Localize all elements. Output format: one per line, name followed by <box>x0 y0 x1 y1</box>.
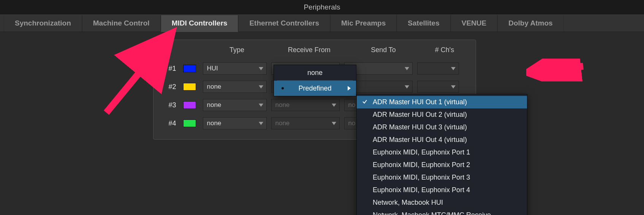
menu-item-none[interactable]: none <box>274 65 356 80</box>
receive-from-select[interactable]: none <box>271 117 340 129</box>
type-value: none <box>207 119 222 127</box>
chevron-down-icon <box>405 65 409 73</box>
tab-midi-controllers[interactable]: MIDI Controllers <box>161 15 239 32</box>
color-swatch[interactable] <box>183 65 196 72</box>
tab-bar: SynchronizationMachine ControlMIDI Contr… <box>0 14 644 32</box>
send-value: no <box>348 119 356 127</box>
row-index: #3 <box>160 101 183 109</box>
submenu-item-label: Euphonix MIDI, Euphonix Port 3 <box>373 174 470 182</box>
content-area: Type Receive From Send To # Ch's #1HUI#2… <box>0 32 644 140</box>
submenu-item[interactable]: Euphonix MIDI, Euphonix Port 3 <box>357 171 527 184</box>
submenu-item[interactable]: ADR Master HUI Out 1 (virtual) <box>357 96 527 108</box>
tab-synchronization[interactable]: Synchronization <box>4 15 82 32</box>
type-select[interactable]: none <box>203 117 267 129</box>
chevron-down-icon <box>259 83 263 91</box>
channels-select[interactable] <box>417 62 459 75</box>
tab-ethernet-controllers[interactable]: Ethernet Controllers <box>238 15 330 32</box>
menu-item-label: none <box>307 69 323 77</box>
chevron-down-icon <box>332 120 336 127</box>
type-value: none <box>207 83 222 91</box>
submenu-item-label: ADR Master HUI Out 4 (virtual) <box>373 136 467 144</box>
type-select[interactable]: HUI <box>203 62 267 75</box>
peripherals-window: Peripherals SynchronizationMachine Contr… <box>0 0 644 215</box>
bullet-icon <box>282 87 284 89</box>
chevron-down-icon <box>451 65 456 73</box>
chevron-down-icon <box>259 102 263 109</box>
submenu-item[interactable]: Network, Macbook HUI <box>357 196 527 209</box>
receive-from-select[interactable]: none <box>271 99 340 111</box>
chevron-down-icon <box>259 120 263 127</box>
grid-header: Type Receive From Send To # Ch's <box>160 44 469 59</box>
row-index: #1 <box>160 65 183 73</box>
annotation-arrow-right <box>526 59 587 81</box>
window-title: Peripherals <box>0 0 644 14</box>
submenu-item-label: ADR Master HUI Out 1 (virtual) <box>373 98 467 106</box>
submenu-item[interactable]: ADR Master HUI Out 2 (virtual) <box>357 108 527 121</box>
menu-item-label: Predefined <box>298 84 331 92</box>
channels-select[interactable] <box>417 81 459 93</box>
row-index: #2 <box>160 83 183 91</box>
tab-dolby-atmos[interactable]: Dolby Atmos <box>497 15 563 32</box>
chevron-down-icon <box>259 65 263 73</box>
submenu-item[interactable]: Euphonix MIDI, Euphonix Port 1 <box>357 146 527 159</box>
chevron-down-icon <box>451 83 456 91</box>
submenu-item-label: Euphonix MIDI, Euphonix Port 4 <box>373 186 470 194</box>
submenu-item-label: Euphonix MIDI, Euphonix Port 1 <box>373 148 470 156</box>
header-receive: Receive From <box>272 46 346 54</box>
check-icon <box>362 98 367 106</box>
tab-venue[interactable]: VENUE <box>451 15 497 32</box>
tab-mic-preamps[interactable]: Mic Preamps <box>330 15 397 32</box>
receive-value: none <box>275 101 290 109</box>
submenu-item[interactable]: ADR Master HUI Out 4 (virtual) <box>357 134 527 146</box>
row-index: #4 <box>160 119 183 127</box>
send-value: no <box>348 101 356 109</box>
submenu-item[interactable]: Euphonix MIDI, Euphonix Port 2 <box>357 159 527 171</box>
chevron-down-icon <box>405 83 409 91</box>
predefined-submenu[interactable]: ADR Master HUI Out 1 (virtual)ADR Master… <box>356 94 527 215</box>
submenu-item-label: Euphonix MIDI, Euphonix Port 2 <box>373 161 470 169</box>
chevron-right-icon <box>348 84 351 92</box>
color-swatch[interactable] <box>183 83 196 91</box>
tab-satellites[interactable]: Satellites <box>397 15 450 32</box>
submenu-item[interactable]: Euphonix MIDI, Euphonix Port 4 <box>357 184 527 196</box>
menu-item-predefined[interactable]: Predefined <box>274 81 356 96</box>
svg-line-1 <box>532 66 583 72</box>
color-swatch[interactable] <box>183 119 196 127</box>
header-type: Type <box>202 46 272 54</box>
submenu-item-label: Network, Macbook HUI <box>373 199 443 207</box>
type-value: HUI <box>207 65 218 72</box>
type-value: none <box>207 101 222 109</box>
color-swatch[interactable] <box>183 101 196 109</box>
receive-value: none <box>275 119 290 127</box>
type-select[interactable]: none <box>203 81 267 93</box>
submenu-item-label: Network, Macbook MTC/MMC Receive <box>373 211 491 215</box>
tab-machine-control[interactable]: Machine Control <box>82 15 161 32</box>
chevron-down-icon <box>332 102 336 109</box>
receive-from-menu[interactable]: nonePredefined <box>274 65 356 96</box>
header-channels: # Ch's <box>421 46 469 54</box>
header-send: Send To <box>346 46 420 54</box>
type-select[interactable]: none <box>203 99 267 111</box>
submenu-item[interactable]: ADR Master HUI Out 3 (virtual) <box>357 121 527 134</box>
submenu-item[interactable]: Network, Macbook MTC/MMC Receive <box>357 209 527 215</box>
submenu-item-label: ADR Master HUI Out 2 (virtual) <box>373 111 467 119</box>
submenu-item-label: ADR Master HUI Out 3 (virtual) <box>373 123 467 131</box>
